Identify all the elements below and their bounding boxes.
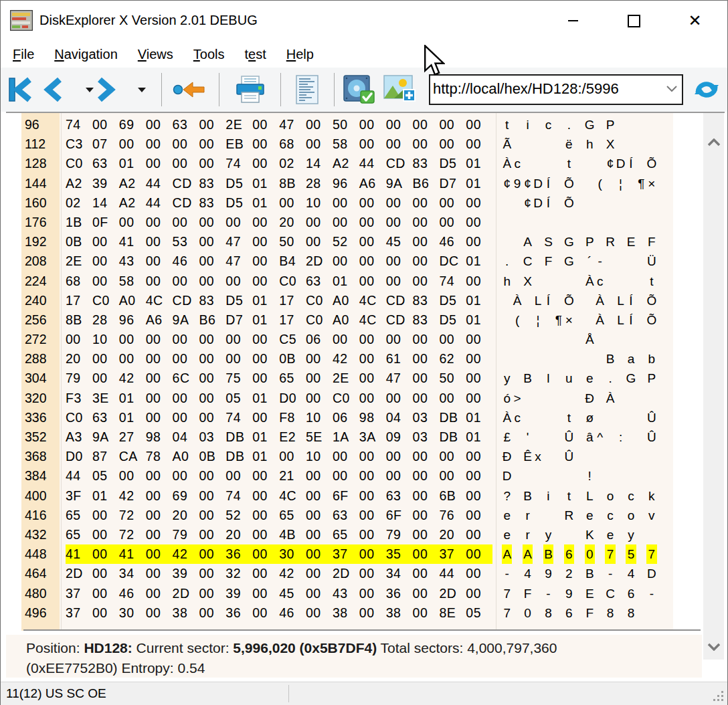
row-offset: 256: [25, 310, 47, 330]
menu-item-tools[interactable]: Tools: [193, 47, 225, 62]
menu-item-navigation[interactable]: Navigation: [54, 47, 118, 62]
hex-row[interactable]: 4003F014200690074004C006F0063006B00? B i…: [6, 486, 725, 506]
hex-row[interactable]: 24017C0A04CCD83D50117C0A04CCD83D501 À LÍ…: [6, 291, 725, 310]
hex-row[interactable]: 1761B0F0000000000002000000000000000: [6, 213, 725, 232]
minimize-button[interactable]: [557, 6, 589, 35]
row-ascii: 7 F - 9 E C 6 -: [502, 584, 667, 603]
refresh-button[interactable]: [690, 74, 723, 105]
menu-item-views[interactable]: Views: [138, 47, 173, 62]
row-ascii: A S G P R E F: [502, 232, 667, 251]
hex-row[interactable]: 4642D0034003900320042002D0034004400- 4 9…: [6, 564, 725, 583]
row-bytes: 1B0F0000000000002000000000000000: [66, 213, 492, 232]
hex-row[interactable]: 2246800580000000000C063010000007400h X À…: [6, 272, 725, 291]
row-bytes: 0010000000000000C506000000000000: [66, 330, 492, 349]
menu-bar: FileNavigationViewsToolstestHelp: [1, 41, 727, 68]
row-bytes: 0214A244CD83D5010010000000000000: [66, 193, 492, 213]
hex-row[interactable]: 1600214A244CD83D5010010000000000000 ¢DÍ …: [6, 193, 725, 213]
hex-row[interactable]: 144A239A244CD83D5018B2896A69AB6D701¢9¢DÍ…: [6, 174, 725, 193]
chevron-up-icon: [707, 138, 721, 146]
hex-row[interactable]: 320F33E010000000501D000C00000000000ó> Ð …: [6, 389, 725, 408]
row-offset: 144: [25, 174, 47, 193]
go-first-button[interactable]: [6, 73, 35, 106]
scroll-down-button[interactable]: [703, 636, 724, 658]
verify-disk-button[interactable]: [341, 73, 378, 106]
row-bytes: 7400690063002E004700500000000000: [66, 115, 492, 134]
menu-item-test[interactable]: test: [245, 47, 266, 62]
row-bytes: A39A27980403DB01E25E1A3A0903DB01: [66, 427, 492, 447]
close-button[interactable]: ✕: [679, 6, 711, 35]
forward-dropdown-icon: [138, 88, 146, 92]
goto-offset-button[interactable]: [171, 73, 208, 106]
address-input[interactable]: [433, 76, 654, 102]
hex-row[interactable]: 38444050000000000002100000000000000D !: [6, 466, 725, 486]
address-dropdown-icon[interactable]: [666, 85, 678, 92]
hex-row[interactable]: 28820000000000000000B00420061006200 B a …: [6, 349, 725, 369]
row-offset: 432: [25, 525, 47, 544]
hex-row[interactable]: 304790042006C00750065002E0047005000y B l…: [6, 369, 725, 388]
row-bytes: 2E00430046004700B42D00000000DC01: [66, 251, 492, 271]
hex-row[interactable]: 352A39A27980403DB01E25E1A3A0903DB01£ ' Û…: [6, 427, 725, 447]
hex-view[interactable]: 967400690063002E004700500000000000t i c …: [6, 112, 725, 631]
row-ascii: ó> Ð À: [502, 389, 667, 408]
menu-item-help[interactable]: Help: [286, 47, 314, 62]
row-ascii: Ã ë h X: [502, 134, 667, 154]
scroll-up-button[interactable]: [703, 132, 724, 153]
first-icon: [7, 76, 34, 103]
hex-row[interactable]: 44841004100420036003000370035003700A A B…: [6, 544, 725, 564]
row-ascii: D !: [502, 466, 667, 486]
row-bytes: C063010000007400F81006980403DB01: [66, 408, 492, 427]
row-bytes: 8B2896A69AB6D70117C0A04CCD83D501: [66, 310, 492, 330]
resize-grip-icon[interactable]: [713, 690, 725, 702]
hex-row[interactable]: 2082E00430046004700B42D00000000DC01. C F…: [6, 251, 725, 271]
toolbar-separator: [161, 73, 162, 106]
back-button[interactable]: [39, 73, 68, 106]
row-ascii: B a b: [502, 349, 667, 369]
hex-row[interactable]: 49637003000380036004600380038008E057 0 8…: [6, 603, 725, 623]
save-image-button[interactable]: [381, 73, 418, 106]
hex-row[interactable]: 128C0630100000074000214A244CD83D501Àc t …: [6, 154, 725, 173]
row-ascii: Ð Êx Û: [502, 447, 667, 466]
hex-row[interactable]: 368D087CA78A00BDB010010000000000000Ð Êx …: [6, 447, 725, 466]
row-offset: 448: [25, 544, 47, 564]
row-offset: 464: [25, 564, 47, 583]
row-offset: 384: [25, 466, 47, 486]
row-ascii: e r y K e y: [502, 525, 667, 544]
forward-history-dropdown[interactable]: [133, 73, 151, 106]
row-offset: 400: [25, 486, 47, 506]
vertical-scrollbar[interactable]: [703, 113, 724, 660]
hex-row[interactable]: 2568B2896A69AB6D70117C0A04CCD83D501 ( ¦ …: [6, 310, 725, 330]
toolbar-separator: [280, 73, 281, 106]
minimize-icon: [568, 20, 578, 21]
row-ascii: . C F G ´- Ü: [502, 251, 667, 271]
forward-button[interactable]: [92, 73, 120, 106]
hex-row[interactable]: 336C063010000007400F81006980403DB01Àc t …: [6, 408, 725, 427]
row-ascii: t i c . G P: [502, 115, 667, 134]
menu-item-file[interactable]: File: [13, 47, 34, 62]
hex-row[interactable]: 1920B004100530047005000520045004600 A S …: [6, 232, 725, 251]
row-offset: 304: [25, 369, 47, 388]
row-bytes: A239A244CD83D5018B2896A69AB6D701: [66, 174, 492, 193]
hex-row[interactable]: 112C30700000000EB006800580000000000Ã ë h…: [6, 134, 725, 154]
hex-row[interactable]: 480370046002D0039004500430036002D007 F -…: [6, 584, 725, 603]
row-offset: 496: [25, 603, 47, 623]
row-offset: 160: [25, 193, 47, 213]
window-title: DiskExplorer X Version 2.01 DEBUG: [39, 13, 258, 28]
row-bytes: 6800580000000000C063010000007400: [66, 272, 492, 291]
row-ascii: Àc t ø Û: [502, 408, 667, 427]
row-offset: 352: [25, 427, 47, 447]
row-ascii: Àc t ¢DÍ Õ: [502, 154, 667, 173]
row-ascii: ? B i t L o c k: [502, 486, 667, 506]
row-ascii: - 4 9 2 B - 4 D: [502, 564, 667, 583]
print-button[interactable]: [230, 73, 271, 106]
maximize-button[interactable]: [618, 6, 650, 35]
row-offset: 128: [25, 154, 47, 173]
hex-row[interactable]: 967400690063002E004700500000000000t i c …: [6, 115, 725, 134]
hex-row[interactable]: 4166500720020005200650063006F007600e r R…: [6, 506, 725, 525]
row-bytes: 3F014200690074004C006F0063006B00: [66, 486, 492, 506]
hex-row[interactable]: 2720010000000000000C506000000000000 Å: [6, 330, 725, 349]
hex-row[interactable]: 43265007200790020004B00650079002000e r y…: [6, 525, 725, 544]
keyboard-status: 11(12) US SC OE: [6, 686, 106, 701]
position-panel: Position: HD128: Current sector: 5,996,0…: [6, 635, 702, 678]
status-bar: 11(12) US SC OE: [1, 682, 727, 705]
report-button[interactable]: [290, 73, 325, 106]
